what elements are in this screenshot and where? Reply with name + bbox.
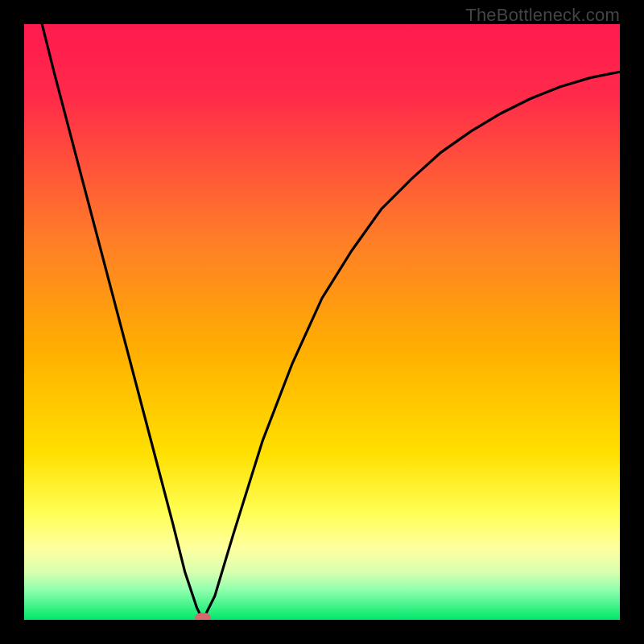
curve-line: [24, 24, 620, 620]
min-marker: [195, 613, 211, 620]
plot-area: [24, 24, 620, 620]
bottleneck-curve: [24, 24, 620, 620]
chart-frame: TheBottleneck.com: [0, 0, 644, 644]
watermark-text: TheBottleneck.com: [465, 5, 620, 26]
